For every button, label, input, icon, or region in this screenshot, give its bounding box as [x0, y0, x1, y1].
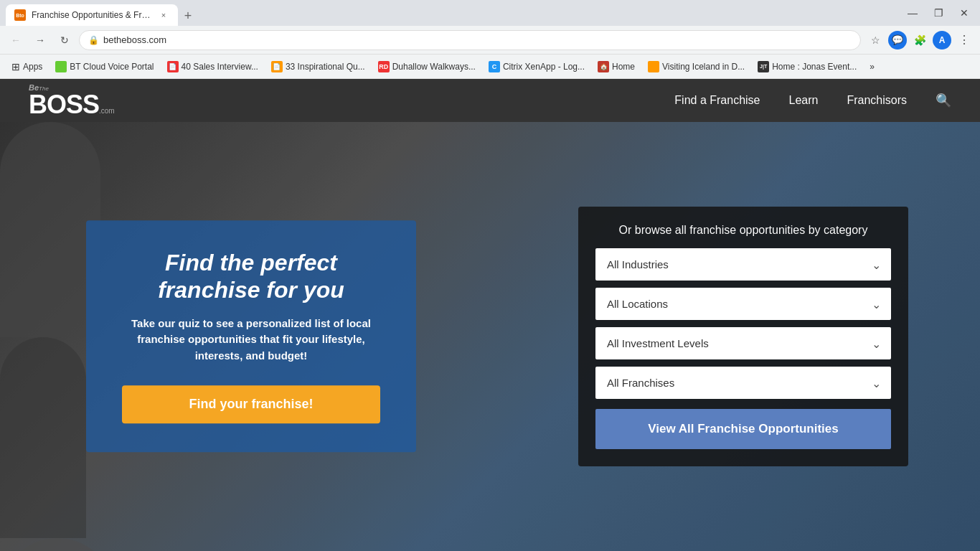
close-button[interactable]: ✕ — [954, 3, 974, 23]
40-sales-favicon: 📄 — [167, 61, 179, 72]
locations-select-wrapper: All Locations ⌄ — [595, 288, 891, 320]
chrome-menu-button[interactable]: ⋮ — [954, 30, 974, 50]
bookmark-33-label: 33 Inspirational Qu... — [286, 62, 365, 72]
site-logo[interactable]: Be The BOSS .com — [29, 84, 115, 118]
find-franchise-button[interactable]: Find your franchise! — [122, 386, 380, 424]
logo-com: .com — [99, 108, 115, 115]
jonas-favicon: J|T — [758, 61, 769, 72]
tab-bar: Bto Franchise Opportunities & Franc... ×… — [6, 0, 897, 26]
bookmark-duhallow[interactable]: RD Duhallow Walkways... — [372, 58, 481, 75]
chrome-messages-icon[interactable]: 💬 — [888, 31, 907, 50]
forward-button[interactable]: → — [30, 30, 50, 50]
industries-select-wrapper: All Industries ⌄ — [595, 248, 891, 281]
hero-section: Find the perfect franchise for you Take … — [0, 122, 980, 551]
bookmark-home-label: Home — [612, 62, 635, 72]
bookmark-bt-label: BT Cloud Voice Portal — [70, 62, 154, 72]
tab-title: Franchise Opportunities & Franc... — [32, 10, 152, 20]
bookmark-home[interactable]: 🏠 Home — [592, 58, 641, 75]
bookmark-citrix[interactable]: C Citrix XenApp - Log... — [483, 58, 590, 75]
new-tab-button[interactable]: + — [178, 6, 198, 26]
nav-search-icon[interactable]: 🔍 — [936, 93, 951, 108]
reload-button[interactable]: ↻ — [55, 30, 75, 50]
bookmark-40-label: 40 Sales Interview... — [182, 62, 258, 72]
bt-cloud-favicon — [55, 61, 67, 72]
back-button[interactable]: ← — [6, 30, 26, 50]
bookmark-duhallow-label: Duhallow Walkways... — [392, 62, 476, 72]
locations-select[interactable]: All Locations — [595, 288, 891, 320]
website-content: Be The BOSS .com Find a Franchise Learn … — [0, 79, 980, 551]
tab-favicon: Bto — [14, 9, 26, 21]
tab-close-button[interactable]: × — [158, 9, 169, 21]
address-actions: ☆ 💬 🧩 A ⋮ — [865, 30, 974, 50]
bookmark-jonas[interactable]: J|T Home : Jonas Event... — [752, 58, 862, 75]
apps-grid-icon: ⊞ — [11, 61, 20, 72]
bookmark-bt-cloud[interactable]: BT Cloud Voice Portal — [50, 58, 159, 75]
bookmark-apps-label: Apps — [23, 62, 42, 72]
industries-select[interactable]: All Industries — [595, 248, 891, 281]
profile-button[interactable]: A — [933, 31, 951, 50]
duhallow-favicon: RD — [378, 61, 390, 72]
browse-title: Or browse all franchise opportunities by… — [595, 224, 891, 237]
bookmarks-bar: ⊞ Apps BT Cloud Voice Portal 📄 40 Sales … — [0, 55, 980, 79]
maximize-button[interactable]: ❐ — [928, 3, 948, 23]
bookmark-apps[interactable]: ⊞ Apps — [6, 58, 48, 75]
nav-links: Find a Franchise Learn Franchisors 🔍 — [674, 93, 951, 108]
nav-learn[interactable]: Learn — [789, 94, 819, 107]
bookmark-visiting-iceland[interactable]: Visiting Iceland in D... — [642, 58, 750, 75]
bookmark-citrix-label: Citrix XenApp - Log... — [503, 62, 585, 72]
hero-subtitle: Take our quiz to see a personalized list… — [122, 316, 380, 364]
investment-select[interactable]: All Investment Levels — [595, 327, 891, 359]
iceland-favicon — [648, 61, 659, 72]
window-controls: — ❐ ✕ — [903, 3, 974, 23]
hero-left-panel: Find the perfect franchise for you Take … — [86, 220, 416, 452]
logo-boss: BOSS — [29, 92, 99, 118]
bookmark-33-inspirational[interactable]: 📄 33 Inspirational Qu... — [265, 58, 371, 75]
url-bar[interactable]: 🔒 betheboss.com — [79, 30, 861, 50]
franchises-select[interactable]: All Franchises — [595, 367, 891, 399]
site-navigation: Be The BOSS .com Find a Franchise Learn … — [0, 79, 980, 122]
bookmark-jonas-label: Home : Jonas Event... — [772, 62, 857, 72]
bookmark-40-sales[interactable]: 📄 40 Sales Interview... — [161, 58, 264, 75]
bookmark-iceland-label: Visiting Iceland in D... — [662, 62, 745, 72]
title-bar: Bto Franchise Opportunities & Franc... ×… — [0, 0, 980, 26]
citrix-favicon: C — [489, 61, 500, 72]
bookmark-more[interactable]: » — [864, 59, 880, 75]
bookmark-star-icon[interactable]: ☆ — [865, 30, 885, 50]
home-cobalt-favicon: 🏠 — [598, 61, 609, 72]
more-bookmarks-icon: » — [870, 62, 875, 72]
extensions-icon[interactable]: 🧩 — [910, 30, 930, 50]
investment-select-wrapper: All Investment Levels ⌄ — [595, 327, 891, 359]
address-bar: ← → ↻ 🔒 betheboss.com ☆ 💬 🧩 A ⋮ — [0, 26, 980, 55]
security-lock-icon: 🔒 — [88, 35, 99, 45]
url-text: betheboss.com — [103, 34, 852, 45]
nav-find-franchise[interactable]: Find a Franchise — [674, 94, 760, 107]
33-insp-favicon: 📄 — [271, 61, 283, 72]
nav-franchisors[interactable]: Franchisors — [847, 94, 907, 107]
active-tab[interactable]: Bto Franchise Opportunities & Franc... × — [6, 4, 178, 26]
minimize-button[interactable]: — — [903, 3, 923, 23]
hero-right-panel: Or browse all franchise opportunities by… — [578, 207, 908, 466]
hero-title: Find the perfect franchise for you — [122, 249, 380, 304]
franchises-select-wrapper: All Franchises ⌄ — [595, 367, 891, 399]
view-all-button[interactable]: View All Franchise Opportunities — [595, 409, 891, 449]
